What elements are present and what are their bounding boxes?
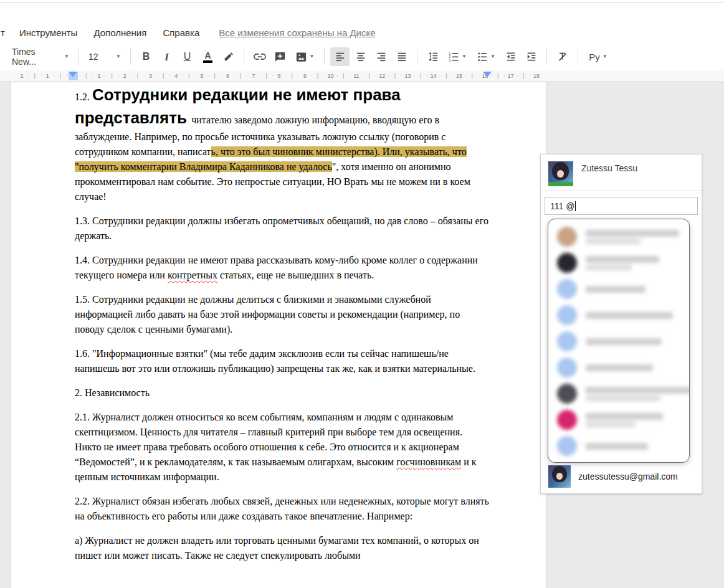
- ruler-tick: ·: [413, 72, 415, 78]
- ruler-number: 14: [431, 73, 437, 79]
- ruler-tick: ·: [259, 72, 261, 78]
- chevron-down-icon: ▼: [603, 54, 607, 59]
- ruler-tick: ·: [465, 72, 467, 78]
- insert-image-button[interactable]: ▼: [291, 47, 318, 66]
- ruler-number: 1: [46, 73, 49, 79]
- line-spacing-icon: [427, 51, 439, 62]
- mention-suggestion-row[interactable]: [548, 276, 689, 302]
- blurred-user-name: [586, 228, 680, 246]
- blurred-user-name: [586, 363, 680, 373]
- font-size-select[interactable]: 12 ▼: [85, 47, 125, 66]
- underline-button[interactable]: U: [178, 47, 197, 66]
- ruler-number: 1: [97, 73, 100, 79]
- font-family-select[interactable]: Times New... ▼: [8, 47, 73, 66]
- menu-format-truncated[interactable]: т: [0, 27, 11, 38]
- align-left-button[interactable]: [330, 47, 350, 66]
- ruler-tick: ·: [297, 72, 299, 78]
- ruler-tick: |: [394, 72, 396, 78]
- align-center-button[interactable]: [351, 47, 370, 66]
- ruler-number: 2: [20, 73, 23, 79]
- mention-suggestion-row[interactable]: [548, 354, 689, 381]
- mention-suggestion-row[interactable]: [548, 433, 689, 459]
- svg-text:3: 3: [449, 59, 450, 62]
- comment-input[interactable]: 111 @: [545, 197, 698, 215]
- align-right-button[interactable]: [371, 47, 391, 66]
- bold-button[interactable]: B: [136, 47, 156, 66]
- paragraph: 1.6. "Информационные взятки" (мы тебе да…: [75, 346, 490, 376]
- ruler-number: 5: [201, 73, 204, 79]
- mention-suggestion-row[interactable]: [548, 224, 689, 250]
- blurred-user-name: [586, 336, 680, 347]
- ruler-number: 12: [379, 73, 385, 79]
- paragraph: 1.2. Сотрудники редакции не имеют права …: [75, 83, 490, 204]
- paragraph: а) Журналист не должен владеть или торго…: [75, 533, 490, 563]
- clear-formatting-icon: [557, 51, 568, 62]
- user-avatar: [557, 253, 577, 273]
- save-status-link[interactable]: Все изменения сохранены на Диске: [219, 27, 375, 38]
- text-segment: 2.2. Журналист обязан избегать любых свя…: [75, 496, 489, 521]
- mention-suggestion-row[interactable]: [548, 250, 689, 276]
- assignee-email: zutessutessu@gmail.com: [578, 472, 678, 481]
- decrease-indent-button[interactable]: [501, 47, 520, 66]
- bulleted-list-button[interactable]: ▼: [472, 47, 500, 66]
- menu-addons[interactable]: Дополнения: [85, 27, 155, 38]
- add-comment-button[interactable]: [270, 47, 290, 66]
- ruler-tick: ·: [336, 72, 338, 78]
- document-canvas: 1.2. Сотрудники редакции не имеют права …: [0, 82, 724, 588]
- numbered-list-button[interactable]: 123 ▼: [444, 47, 471, 66]
- italic-icon: I: [164, 52, 169, 62]
- ruler-tick: ·: [66, 72, 68, 78]
- ruler-tick: |: [163, 72, 164, 78]
- mention-suggestion-row[interactable]: [548, 407, 689, 433]
- mention-suggestion-row[interactable]: [548, 328, 689, 354]
- increase-indent-button[interactable]: [522, 47, 541, 66]
- ruler-tick: ·: [79, 72, 80, 78]
- ruler-tick: ·: [426, 72, 428, 78]
- add-comment-icon: [274, 51, 286, 63]
- ruler-tick: ·: [105, 72, 107, 78]
- menu-bar: т Инструменты Дополнения Справка Все изм…: [0, 26, 724, 39]
- author-name: Zutessu Tessu: [581, 163, 637, 173]
- align-justify-button[interactable]: [392, 47, 411, 66]
- user-avatar: [557, 331, 577, 351]
- comment-card: Zutessu Tessu 111 @ zutessutessu@gmail.c…: [540, 154, 702, 494]
- document-page[interactable]: 1.2. Сотрудники редакции не имеют права …: [11, 82, 546, 588]
- ruler-tick: |: [497, 72, 498, 78]
- clear-formatting-button[interactable]: [553, 47, 572, 66]
- ruler-tick: |: [368, 72, 369, 78]
- right-indent-marker[interactable]: [483, 72, 492, 77]
- input-tools-button[interactable]: Ру ▼: [584, 47, 612, 66]
- ruler-number: 7: [252, 73, 255, 79]
- ruler-tick: ·: [388, 72, 389, 78]
- ruler[interactable]: 2·|·1·|··|·1·|·2·|·3·|·4·|·5·|·6·|·7·|·8…: [0, 70, 724, 82]
- assignee-avatar: [548, 465, 571, 488]
- align-right-icon: [376, 51, 387, 62]
- ruler-number: 9: [303, 73, 307, 79]
- blurred-user-name: [586, 441, 680, 452]
- menu-help[interactable]: Справка: [155, 27, 207, 38]
- ruler-tick: ·: [233, 72, 235, 78]
- italic-button[interactable]: I: [157, 47, 176, 66]
- ruler-tick: ·: [349, 72, 351, 78]
- line-spacing-button[interactable]: [423, 47, 442, 66]
- blurred-user-name: [586, 385, 690, 403]
- left-indent-marker[interactable]: [69, 72, 77, 77]
- ruler-tick: |: [34, 72, 35, 78]
- ruler-tick: |: [317, 72, 318, 78]
- text-color-button[interactable]: A: [198, 47, 217, 66]
- insert-link-button[interactable]: [250, 47, 269, 66]
- menu-tools[interactable]: Инструменты: [11, 27, 86, 38]
- highlight-color-button[interactable]: [219, 47, 238, 66]
- ruler-tick: |: [265, 72, 267, 78]
- blurred-user-name: [586, 284, 680, 295]
- font-size-value: 12: [88, 52, 98, 62]
- ruler-tick: ·: [310, 72, 312, 78]
- mention-suggestion-row[interactable]: [548, 302, 689, 328]
- mention-suggestion-row[interactable]: [548, 381, 689, 407]
- decrease-indent-icon: [505, 51, 517, 62]
- text-segment: 1.5. Сотрудники редакции не должны делит…: [75, 294, 460, 334]
- user-avatar: [557, 227, 577, 247]
- ruler-tick: ·: [117, 72, 119, 78]
- ruler-tick: ·: [130, 72, 132, 78]
- text-segment: 2. Независимость: [75, 387, 150, 398]
